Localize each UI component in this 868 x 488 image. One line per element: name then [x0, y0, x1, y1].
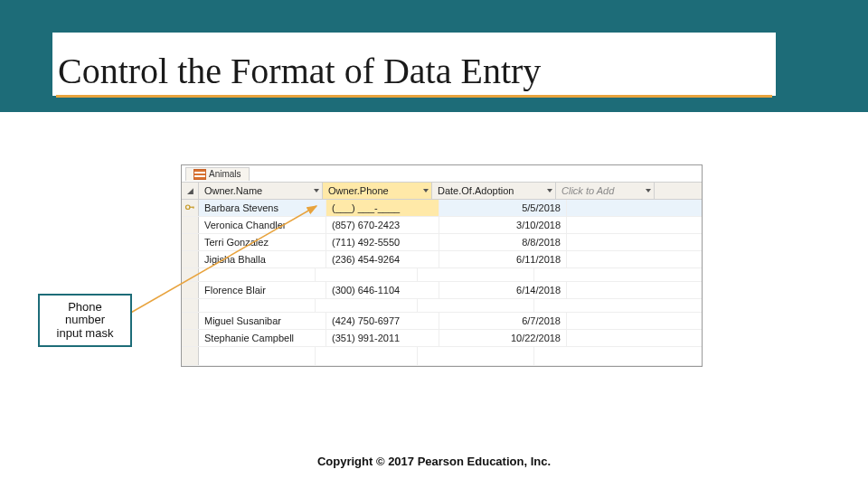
cell-owner-name[interactable]: Terri Gonzalez	[199, 234, 326, 250]
cell-date-adoption[interactable]: 10/22/2018	[439, 330, 567, 346]
header-owner-phone[interactable]: Owner.Phone	[323, 183, 432, 199]
table-row[interactable]: Miguel Susanibar(424) 750-69776/7/2018	[182, 313, 702, 330]
rows-group: Barbara Stevens(___) ___-____5/5/2018Ver…	[182, 200, 702, 268]
row-selector[interactable]	[182, 234, 199, 250]
callout-box: Phone number input mask	[38, 294, 132, 347]
datasheet: Animals ◢ Owner.Name Owner.Phone Date.Of…	[181, 164, 703, 367]
cell-owner-name[interactable]: Veronica Chandler	[199, 217, 326, 233]
spacer-row	[182, 299, 702, 313]
row-selector[interactable]	[182, 282, 199, 298]
chevron-down-icon[interactable]	[423, 188, 429, 194]
row-selector[interactable]	[182, 200, 199, 216]
cell-owner-name[interactable]: Stephanie Campbell	[199, 330, 326, 346]
cell-filler	[567, 200, 702, 216]
cell-owner-phone[interactable]: (857) 670-2423	[326, 217, 439, 233]
table-tab[interactable]: Animals	[185, 167, 250, 181]
cell-filler	[567, 217, 702, 233]
datasheet-icon	[193, 169, 206, 180]
spacer-row	[182, 347, 702, 366]
title-underline	[56, 95, 772, 98]
cell-date-adoption[interactable]: 8/8/2018	[439, 234, 567, 250]
svg-rect-2	[193, 207, 193, 209]
cell-filler	[567, 251, 702, 267]
table-row[interactable]: Florence Blair(300) 646-11046/14/2018	[182, 282, 702, 299]
cell-date-adoption[interactable]: 5/5/2018	[439, 200, 567, 216]
cell-filler	[567, 313, 702, 329]
chevron-down-icon[interactable]	[314, 188, 320, 194]
header-date-adoption-label: Date.Of.Adoption	[438, 185, 514, 196]
cell-owner-phone[interactable]: (711) 492-5550	[326, 234, 439, 250]
cell-date-adoption[interactable]: 3/10/2018	[439, 217, 567, 233]
header-owner-name[interactable]: Owner.Name	[199, 183, 323, 199]
header-row: ◢ Owner.Name Owner.Phone Date.Of.Adoptio…	[182, 183, 702, 200]
table-row[interactable]: Terri Gonzalez(711) 492-55508/8/2018	[182, 234, 702, 251]
title-band: Control the Format of Data Entry	[52, 33, 776, 96]
header-click-to-add[interactable]: Click to Add	[556, 183, 655, 199]
rows-group: Miguel Susanibar(424) 750-69776/7/2018St…	[182, 313, 702, 347]
chevron-down-icon[interactable]	[547, 188, 553, 194]
cell-date-adoption[interactable]: 6/14/2018	[439, 282, 567, 298]
cell-owner-phone[interactable]: (___) ___-____	[326, 200, 439, 216]
tab-bar: Animals	[182, 165, 702, 183]
row-selector[interactable]	[182, 330, 199, 346]
cell-filler	[567, 330, 702, 346]
cell-owner-name[interactable]: Jigisha Bhalla	[199, 251, 326, 267]
cell-owner-phone[interactable]: (351) 991-2011	[326, 330, 439, 346]
cell-owner-name[interactable]: Miguel Susanibar	[199, 313, 326, 329]
header-owner-phone-label: Owner.Phone	[328, 185, 389, 196]
table-row[interactable]: Stephanie Campbell(351) 991-201110/22/20…	[182, 330, 702, 347]
callout-line1: Phone	[43, 301, 127, 314]
spacer-row	[182, 268, 702, 282]
row-selector[interactable]	[182, 313, 199, 329]
table-row[interactable]: Jigisha Bhalla(236) 454-92646/11/2018	[182, 251, 702, 268]
rows-group: Florence Blair(300) 646-11046/14/2018	[182, 282, 702, 299]
cell-owner-name[interactable]: Florence Blair	[199, 282, 326, 298]
cell-owner-name[interactable]: Barbara Stevens	[199, 200, 326, 216]
chevron-down-icon[interactable]	[646, 188, 652, 194]
cell-owner-phone[interactable]: (424) 750-6977	[326, 313, 439, 329]
header-date-adoption[interactable]: Date.Of.Adoption	[432, 183, 556, 199]
table-tab-label: Animals	[209, 169, 241, 179]
header-click-to-add-label: Click to Add	[561, 185, 614, 196]
cell-owner-phone[interactable]: (236) 454-9264	[326, 251, 439, 267]
callout-line2: number	[43, 314, 127, 326]
row-selector[interactable]	[182, 251, 199, 267]
slide-title: Control the Format of Data Entry	[52, 52, 544, 96]
slide: Control the Format of Data Entry Animals…	[0, 0, 868, 488]
header-owner-name-label: Owner.Name	[204, 185, 262, 196]
cell-date-adoption[interactable]: 6/7/2018	[439, 313, 567, 329]
select-all-cell[interactable]: ◢	[182, 183, 199, 199]
cell-date-adoption[interactable]: 6/11/2018	[439, 251, 567, 267]
callout-line3: input mask	[43, 327, 127, 340]
cell-filler	[567, 234, 702, 250]
copyright: Copyright © 2017 Pearson Education, Inc.	[0, 455, 868, 468]
table-row[interactable]: Veronica Chandler(857) 670-24233/10/2018	[182, 217, 702, 234]
row-selector[interactable]	[182, 217, 199, 233]
cell-filler	[567, 282, 702, 298]
cell-owner-phone[interactable]: (300) 646-1104	[326, 282, 439, 298]
table-row[interactable]: Barbara Stevens(___) ___-____5/5/2018	[182, 200, 702, 217]
header-filler	[655, 183, 702, 199]
key-icon	[184, 202, 195, 213]
